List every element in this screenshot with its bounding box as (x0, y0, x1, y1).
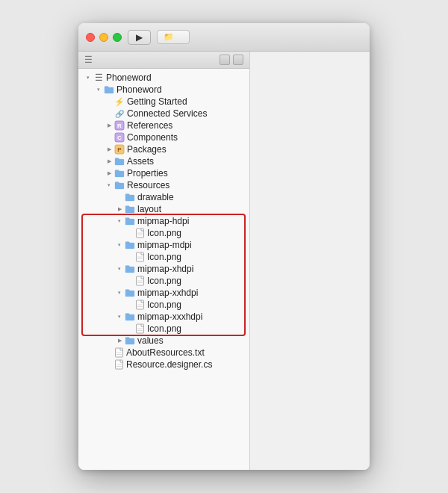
tree-item-icon-xxxhdpi[interactable]: Icon.png (78, 323, 249, 335)
content-area: ☰ ▾☰Phoneword▾ Phoneword⚡Getting Started… (78, 52, 370, 470)
tree-item-resources[interactable]: ▾ Resources (78, 179, 249, 191)
panel-title: ☰ (84, 55, 97, 65)
file-icon (135, 228, 145, 238)
panel-minimize-button[interactable] (220, 55, 230, 65)
expander-icon: ▾ (114, 290, 125, 296)
svg-text:P: P (117, 146, 122, 153)
folder-icon (114, 169, 125, 178)
folder-icon (125, 193, 135, 202)
expander-icon: ▾ (104, 182, 114, 188)
package-icon: P (114, 144, 125, 155)
file-icon (135, 252, 145, 262)
expander-icon: ▾ (93, 87, 104, 93)
expander-icon: ▶ (104, 170, 114, 176)
tree-item-label: Phoneword (106, 72, 152, 83)
tree-item-label: Properties (127, 168, 168, 179)
component-icon: C (114, 132, 125, 143)
folder-icon (125, 312, 135, 321)
tree-item-label: Icon.png (147, 228, 181, 238)
tree-item-label: Resource.designer.cs (126, 359, 212, 370)
tree-item-label: Resources (127, 180, 169, 190)
tree-item-icon-hdpi[interactable]: Icon.png (78, 227, 249, 239)
tree-item-label: mipmap-xxhdpi (137, 288, 198, 298)
tree-item-label: Connected Services (127, 108, 207, 119)
tree-item-label: Icon.png (147, 252, 181, 262)
tree-item-label: References (127, 120, 172, 131)
folder-icon (125, 336, 135, 345)
file-icon (135, 323, 145, 334)
ref-icon: R (114, 120, 125, 131)
tree-item-packages[interactable]: ▶ P Packages (78, 143, 249, 155)
tree-item-icon-mdpi[interactable]: Icon.png (78, 251, 249, 263)
file-icon (114, 347, 124, 358)
run-icon: ▶ (136, 32, 143, 43)
titlebar: ▶ 📁 (78, 23, 370, 52)
file-icon (114, 359, 124, 370)
tree-item-mipmap-hdpi[interactable]: ▾ mipmap-hdpi (78, 215, 249, 227)
file-icon (135, 300, 145, 310)
tree-item-icon-xhdpi[interactable]: Icon.png (78, 275, 249, 287)
minimize-button[interactable] (99, 33, 108, 42)
panel-header: ☰ (78, 52, 249, 69)
tree-item-drawable[interactable]: drawable (78, 191, 249, 203)
solution-tree: ▾☰Phoneword▾ Phoneword⚡Getting Started🔗C… (78, 69, 249, 470)
tree-item-label: drawable (137, 192, 174, 202)
tree-item-label: Icon.png (147, 300, 181, 310)
folder-icon (104, 85, 114, 94)
panel-controls (220, 55, 243, 65)
svg-text:R: R (117, 123, 122, 129)
expander-icon: ▾ (114, 266, 125, 272)
maximize-button[interactable] (113, 33, 122, 42)
tree-item-label: mipmap-hdpi (137, 216, 189, 226)
tree-item-mipmap-xxxhdpi[interactable]: ▾ mipmap-xxxhdpi (78, 311, 249, 323)
solution-panel: ☰ ▾☰Phoneword▾ Phoneword⚡Getting Started… (78, 52, 250, 470)
solution-icon: ☰ (93, 72, 104, 83)
tree-item-resource-designer[interactable]: Resource.designer.cs (78, 359, 249, 370)
tree-item-properties[interactable]: ▶ Properties (78, 167, 249, 179)
expander-icon: ▾ (83, 75, 93, 81)
tree-item-label: Getting Started (127, 96, 187, 107)
folder-icon (114, 157, 125, 166)
tree-item-aboutresources[interactable]: AboutResources.txt (78, 347, 249, 359)
tree-item-label: Phoneword (116, 84, 162, 95)
tree-item-phoneword-solution[interactable]: ▾☰Phoneword (78, 72, 249, 84)
breadcrumb[interactable]: 📁 (157, 30, 190, 44)
tree-item-label: Icon.png (147, 323, 181, 334)
tree-item-connected-services[interactable]: 🔗Connected Services (78, 108, 249, 120)
tree-item-mipmap-xxhdpi[interactable]: ▾ mipmap-xxhdpi (78, 287, 249, 299)
tree-item-label: Icon.png (147, 276, 181, 286)
expander-icon: ▾ (114, 242, 125, 248)
run-button[interactable]: ▶ (128, 30, 151, 45)
tree-item-label: AboutResources.txt (126, 347, 205, 358)
svg-text:C: C (117, 134, 122, 141)
tree-item-label: values (137, 335, 164, 346)
tree-item-label: mipmap-mdpi (137, 240, 192, 250)
tree-item-phoneword-project[interactable]: ▾ Phoneword (78, 84, 249, 96)
tree-item-label: layout (137, 204, 161, 214)
expander-icon: ▶ (104, 146, 114, 152)
file-icon (135, 276, 145, 286)
expander-icon: ▾ (114, 314, 125, 320)
expander-icon: ▶ (114, 338, 125, 344)
breadcrumb-folder-icon: 📁 (164, 32, 174, 42)
tree-item-values[interactable]: ▶ values (78, 335, 249, 347)
panel-close-button[interactable] (233, 55, 243, 65)
tree-item-getting-started[interactable]: ⚡Getting Started (78, 96, 249, 108)
close-button[interactable] (86, 33, 95, 42)
tree-item-mipmap-mdpi[interactable]: ▾ mipmap-mdpi (78, 239, 249, 251)
tree-item-label: Packages (127, 144, 167, 155)
folder-icon (125, 241, 135, 249)
tree-item-layout[interactable]: ▶ layout (78, 203, 249, 215)
tree-item-label: Components (127, 132, 178, 143)
expander-icon: ▶ (104, 123, 114, 128)
folder-icon (125, 264, 135, 273)
tree-item-mipmap-xhdpi[interactable]: ▾ mipmap-xhdpi (78, 263, 249, 275)
tree-item-references[interactable]: ▶ R References (78, 120, 249, 131)
folder-icon (125, 217, 135, 226)
tree-item-label: mipmap-xxxhdpi (137, 311, 202, 322)
traffic-lights (86, 33, 122, 42)
tree-item-icon-xxhdpi[interactable]: Icon.png (78, 299, 249, 311)
tree-item-assets[interactable]: ▶ Assets (78, 155, 249, 167)
tree-item-components[interactable]: C Components (78, 131, 249, 143)
lightning-icon: ⚡ (114, 96, 125, 107)
